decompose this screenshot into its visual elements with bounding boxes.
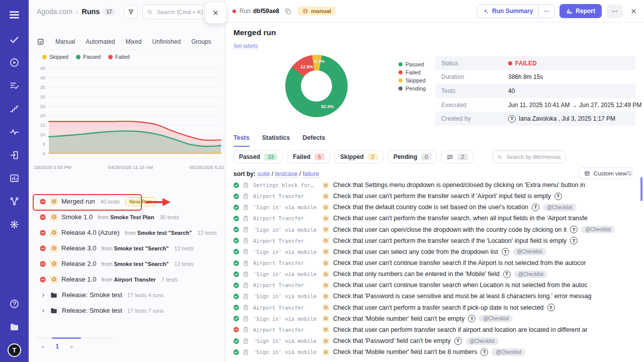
- view-settings-icon[interactable]: [625, 169, 633, 177]
- test-row[interactable]: Airport TransferCheck that user can perf…: [225, 324, 640, 335]
- passed-status-icon: [233, 271, 239, 278]
- run-detail-body: Merged run Set labels 82.5% 12.5% 5.0% P…: [225, 23, 644, 362]
- run-summary-button[interactable]: Run Summary: [476, 4, 555, 18]
- tests-search[interactable]: [493, 150, 566, 163]
- menu-icon[interactable]: [9, 9, 20, 21]
- settings-icon[interactable]: [9, 219, 20, 230]
- insights-icon[interactable]: [9, 127, 20, 137]
- chip-skipped[interactable]: Skipped2: [335, 150, 383, 163]
- vertical-scrollbar-thumb[interactable]: [640, 177, 642, 201]
- sort-by-suite[interactable]: suite: [257, 170, 270, 178]
- table-view-icon: [584, 170, 590, 176]
- tab-mixed[interactable]: Mixed: [125, 38, 141, 45]
- chip-passed[interactable]: Passed33: [233, 150, 283, 163]
- run-group-item[interactable]: Release: Smoke test17 tests 7 runs: [29, 303, 225, 318]
- panel-close-button[interactable]: [205, 2, 226, 24]
- run-list-item[interactable]: Release 3.0from Smoke test "Search"12 te…: [29, 240, 225, 256]
- reports-icon[interactable]: [9, 173, 20, 184]
- runs-play-icon[interactable]: [9, 57, 20, 68]
- test-row[interactable]: 'Sign in' via mobileCheck that only numb…: [225, 268, 640, 280]
- select-runs-icon[interactable]: [37, 38, 45, 46]
- pagination-prev[interactable]: «: [41, 343, 44, 349]
- milestones-icon[interactable]: [9, 104, 20, 114]
- horizontal-scrollbar-thumb[interactable]: [52, 337, 81, 339]
- test-row[interactable]: 'Sign in' via mobileCheck that user can …: [225, 224, 640, 235]
- run-summary-more-button[interactable]: [538, 5, 554, 18]
- copy-icon[interactable]: [284, 8, 292, 15]
- test-row[interactable]: Settings block for…Check that Settings m…: [225, 179, 640, 191]
- test-row[interactable]: 'Sign in' via mobileCheck that 'Mobile n…: [225, 346, 640, 357]
- breadcrumb-project[interactable]: Agoda.com: [37, 8, 72, 16]
- versions-icon[interactable]: [9, 196, 20, 207]
- test-row[interactable]: Airport TransferCheck that user can't pe…: [225, 302, 640, 313]
- test-row[interactable]: Airport TransferCheck that user can't pe…: [225, 235, 640, 246]
- run-list-item[interactable]: Smoke 1.0from Smoke Test Plan30 tests: [29, 209, 225, 225]
- manual-run-icon: [50, 198, 58, 206]
- run-name: Release 3.0: [61, 244, 96, 252]
- tests-check-icon[interactable]: [9, 34, 20, 45]
- user-avatar[interactable]: T: [8, 343, 21, 357]
- test-row[interactable]: 'Sign in' via mobileCheck that 'Password…: [225, 291, 640, 302]
- test-suite: Settings block for…: [253, 182, 318, 188]
- runs-search-input[interactable]: [156, 9, 211, 16]
- testcase-icon: [243, 271, 249, 278]
- report-button[interactable]: Report: [559, 4, 602, 18]
- projects-folder-icon[interactable]: [9, 322, 20, 332]
- sort-by-testcase[interactable]: testcase: [275, 170, 298, 178]
- test-row[interactable]: Airport TransferCheck that user can't pe…: [225, 213, 640, 224]
- run-list-item[interactable]: Merged run40 testsNew Run: [29, 194, 225, 209]
- test-row[interactable]: 'Sign in' via mobileCheck that user can …: [225, 246, 640, 257]
- tab-statistics[interactable]: Statistics: [262, 134, 290, 147]
- test-row[interactable]: Airport TransferCheck that user can't co…: [225, 257, 640, 268]
- test-row[interactable]: 'Sign in' via mobileCheck that the defau…: [225, 202, 640, 213]
- tab-defects[interactable]: Defects: [302, 134, 325, 147]
- spinner-glyph: [51, 277, 57, 282]
- x-axis-label: /26/2025 5:50 PM: [34, 164, 71, 170]
- assignee-avatar: T: [570, 226, 578, 233]
- chip-count: 5: [314, 153, 325, 160]
- svg-text:20: 20: [40, 113, 45, 118]
- sort-by-failure[interactable]: failure: [302, 170, 319, 178]
- test-suite: 'Sign in' via mobile: [253, 227, 318, 233]
- manual-run-icon: [50, 244, 58, 252]
- run-group-item[interactable]: Release: Smoke test17 tests 4 runs: [29, 287, 225, 303]
- run-detail-header: Run dbf59ae8 manual Run Summary: [225, 0, 644, 23]
- test-row[interactable]: Airport TransferCheck that user can't pe…: [225, 191, 640, 202]
- test-results-icon[interactable]: [9, 80, 20, 91]
- more-actions-button[interactable]: [606, 5, 623, 18]
- group-name: Release: Smoke test: [62, 307, 122, 314]
- test-row[interactable]: 'Sign in' via mobileCheck that 'Mobile n…: [225, 313, 640, 324]
- spinner-glyph: [51, 245, 57, 251]
- custom-view-button[interactable]: Custom view: [579, 167, 632, 179]
- pagination-next[interactable]: »: [70, 343, 73, 349]
- chip-failed[interactable]: Failed5: [287, 150, 330, 163]
- tests-search-input[interactable]: [506, 153, 561, 160]
- tab-manual[interactable]: Manual: [55, 38, 75, 45]
- set-labels-link[interactable]: Set labels: [233, 43, 258, 49]
- info-value: FAILED: [508, 60, 537, 67]
- test-row[interactable]: Airport TransferCheck that user can't co…: [225, 280, 640, 291]
- run-list-item[interactable]: Release 4.0 (Azure)from Smoke test "Sear…: [29, 225, 225, 240]
- run-name: Merged run: [61, 198, 95, 205]
- chart-legend: SkippedPassedFailed: [42, 54, 130, 60]
- tab-groups[interactable]: Groups: [191, 38, 211, 45]
- close-detail-icon[interactable]: [630, 8, 637, 15]
- filter-button[interactable]: [124, 5, 138, 19]
- tab-automated[interactable]: Automated: [86, 38, 115, 45]
- help-icon[interactable]: [9, 299, 20, 309]
- legend-label: Skipped: [49, 54, 68, 60]
- spinner-glyph: [324, 283, 328, 288]
- assignee-avatar: T: [502, 248, 509, 255]
- run-list-item[interactable]: Release 1.0from Airport Transfer7 tests: [29, 272, 225, 287]
- imports-icon[interactable]: [9, 150, 20, 160]
- run-list: Merged run40 testsNew RunSmoke 1.0from S…: [29, 194, 225, 318]
- funnel-icon: [128, 9, 134, 15]
- pagination-page-1[interactable]: 1: [55, 343, 59, 350]
- comments-chip[interactable]: 2: [441, 150, 473, 163]
- run-list-item[interactable]: Release 2.0from Smoke test "Search"12 te…: [29, 256, 225, 272]
- tab-unfinished[interactable]: Unfinished: [152, 38, 181, 45]
- test-row[interactable]: 'Sign in' via mobileCheck that 'Password…: [225, 335, 640, 346]
- chip-pending[interactable]: Pending0: [388, 150, 437, 163]
- runs-trend-chart: 051015202530354045: [34, 62, 224, 163]
- tab-tests[interactable]: Tests: [233, 134, 250, 147]
